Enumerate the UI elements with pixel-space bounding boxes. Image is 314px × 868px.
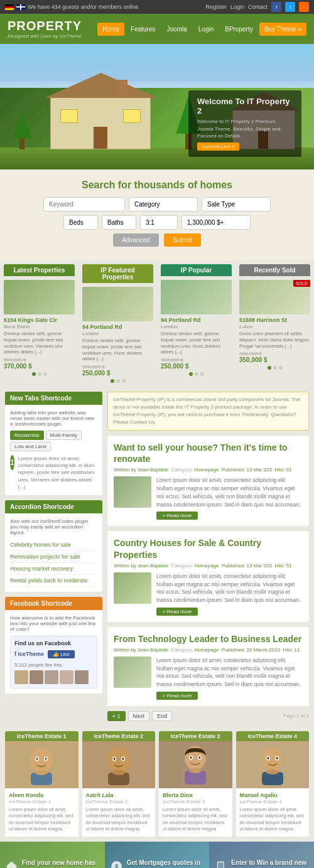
prop-name-2: 94 Portland Rd [82, 324, 153, 330]
logo-subtitle: Designed with Love by IceTheme [8, 33, 82, 39]
tab-residential[interactable]: Residential [10, 431, 44, 440]
hero-door [94, 127, 107, 149]
main-content: IceTheme Property (IP) is a commercial J… [107, 392, 309, 721]
sidebar: New Tabs Shortcode Adding tabs into your… [5, 392, 102, 721]
tabs-widget-content: Adding tabs into your website was never … [5, 405, 102, 495]
tab-buttons: Residential Multi-Family Lots and Land [10, 431, 97, 451]
article-3-meta: Written by Jean-Baptiste Category: Homep… [114, 647, 303, 653]
team-header-4: IceTheme Estate 4 [236, 731, 310, 741]
facebook-box: Find us on Facebook f IceTheme 👍 Like 5,… [10, 636, 97, 689]
featured-properties: IP Featured Properties 94 Portland Rd Lo… [78, 260, 157, 387]
price-select[interactable]: 1,300,000 $+ [181, 215, 251, 230]
team-role-4: IceTheme Estate 4 [240, 799, 306, 805]
svg-point-21 [262, 747, 283, 771]
fb-like-btn[interactable]: 👍 Like [48, 650, 75, 658]
banner-3-inner: Enter to Win a brand new Ipad 3. Check o… [209, 842, 314, 868]
banner-2[interactable]: $ Get Mortgages quotes in real time, go … [105, 842, 210, 868]
article-1-readmore[interactable]: » Read more [156, 512, 198, 520]
fb-like-row: f IceTheme 👍 Like [14, 648, 93, 660]
dot [122, 379, 126, 383]
prop-price-old-2: 300,000 $ [82, 364, 153, 370]
team-info-3: Blerta Dina IceTheme Estate 3 Lorem ipsu… [159, 788, 232, 837]
banner-3[interactable]: Enter to Win a brand new Ipad 3. Check o… [209, 842, 314, 868]
team-header-2: IceTheme Estate 2 [82, 731, 156, 741]
article-3-thumb [114, 656, 151, 688]
accordion-item-3[interactable]: Housing market recovery [10, 563, 97, 575]
nav-home[interactable]: Home [97, 23, 124, 36]
svg-marker-28 [6, 862, 17, 868]
accordion-item-2[interactable]: Renovation projects for sale [10, 551, 97, 563]
recently-sold-header: Recently Sold [239, 264, 310, 276]
article-1-text: Lorem ipsum dolor sit amet, consectetur … [156, 476, 303, 508]
rooms-select[interactable]: 3:1 [140, 215, 178, 230]
category-select[interactable]: Category [129, 197, 198, 212]
prop-dots-2 [82, 379, 153, 383]
banner-1[interactable]: Find your new home has never been easier… [0, 842, 105, 868]
dot [273, 366, 277, 370]
article-2-readmore[interactable]: » Read more [156, 608, 198, 616]
nav-login[interactable]: Login [193, 23, 219, 36]
nav-joomla[interactable]: Joomla [162, 23, 192, 36]
tab-lots[interactable]: Lots and Land [10, 442, 51, 451]
article-2-title: Country Houses for Sale & Country Proper… [114, 537, 303, 560]
top-bar-right: Register Login Contact f t r [205, 2, 309, 12]
beds-select[interactable]: Beds [63, 215, 98, 230]
nav-buy-theme[interactable]: Buy Theme » [259, 23, 306, 36]
svg-point-20 [189, 768, 202, 773]
team-card-2: IceTheme Estate 2 Aatrit Lala IceTheme E… [82, 731, 156, 837]
prop-desc-1: Donbus vindex velit, gonme foquat onam. … [4, 331, 75, 355]
hero-overlay: Welcome To IT Property 2 Welcome to IT P… [188, 90, 301, 157]
team-avatar-4 [257, 744, 288, 785]
keyword-input[interactable] [43, 197, 125, 212]
tree-top-left [13, 110, 31, 138]
team-header-1: IceTheme Estate 1 [5, 731, 78, 741]
prop-price-old-4: 390,000 $ [239, 351, 310, 356]
facebook-header: Facebook Shortcode [5, 597, 102, 610]
notice-box: IceTheme Property (IP) is a commercial J… [107, 392, 309, 431]
article-2-category[interactable]: Homepage [194, 563, 219, 569]
article-1-category[interactable]: Homepage [194, 467, 219, 473]
prop-img-inner-2 [82, 287, 153, 321]
featured-header: IP Featured Properties [82, 264, 153, 283]
nav-features[interactable]: Features [126, 23, 160, 36]
banner-house-icon-1 [5, 855, 18, 868]
twitter-icon[interactable]: t [285, 2, 295, 12]
hero-desc: Welcome to IT Property 2 Premium Joomla … [197, 118, 293, 139]
accordion-item-1[interactable]: Celebrity homes for sale [10, 539, 97, 551]
article-1-content: Lorem ipsum dolor sit amet, consectetur … [156, 476, 303, 520]
next-btn[interactable]: Next [128, 711, 150, 721]
latest-header: Latest Properties [4, 264, 75, 276]
facebook-icon[interactable]: f [271, 2, 281, 12]
article-2-text: Lorem ipsum dolor sit amet, consectetur … [156, 572, 303, 604]
prop-price-old-3: 300,000 $ [161, 357, 232, 363]
submit-btn[interactable]: Submit [164, 233, 201, 247]
header: PROPERTY Designed with Love by IceTheme … [0, 14, 314, 44]
nav-bproperty[interactable]: BProperty [220, 23, 257, 36]
svg-point-7 [107, 747, 130, 773]
advanced-btn[interactable]: Advanced [113, 233, 158, 247]
accordion-content: Also with our IceShortCodes plugin you m… [5, 513, 102, 592]
login-link[interactable]: Login [230, 4, 244, 10]
register-link[interactable]: Register [205, 4, 227, 10]
prop-dots-1 [4, 372, 75, 376]
dot [43, 372, 47, 376]
hero-cta[interactable]: Custom Link » [197, 142, 239, 151]
rss-icon[interactable]: r [299, 2, 309, 12]
end-btn[interactable]: End [152, 711, 172, 721]
article-3-readmore[interactable]: » Read more [156, 692, 198, 700]
svg-rect-32 [218, 863, 224, 868]
page-1-btn[interactable]: « 1 [107, 711, 126, 721]
prop-desc-2: Donbus vindex velit, gonme foquat onam. … [82, 338, 153, 362]
sale-type-select[interactable]: Sale Type [202, 197, 271, 212]
contact-link[interactable]: Contact [248, 4, 268, 10]
baths-select[interactable]: Baths [102, 215, 136, 230]
article-3-category[interactable]: Homepage [194, 647, 219, 653]
dot [195, 372, 198, 376]
hero-house-body [50, 96, 151, 149]
team-desc-4: Lorem ipsum dolor sit amet, consectetur … [240, 806, 306, 833]
fb-face-1 [14, 670, 28, 684]
team-role-2: IceTheme Estate 2 [86, 799, 152, 805]
accordion-desc: Also with our IceShortCodes plugin you m… [10, 518, 97, 535]
accordion-item-4[interactable]: Rental yields back to moderate [10, 575, 97, 587]
tab-multifamily[interactable]: Multi-Family [46, 431, 82, 440]
